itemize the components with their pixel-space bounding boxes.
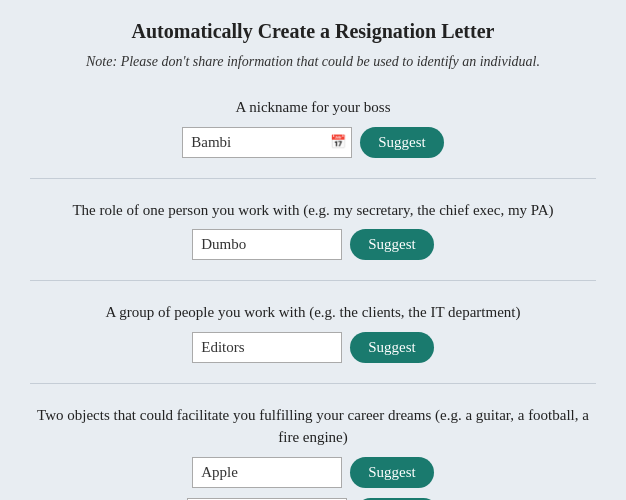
page-note: Note: Please don't share information tha… [30,51,596,72]
objects-field-group: Two objects that could facilitate you fu… [30,404,596,501]
boss-field-row: 📅 Suggest [30,127,596,158]
group-suggest-button[interactable]: Suggest [350,332,434,363]
boss-suggest-button[interactable]: Suggest [360,127,444,158]
boss-label: A nickname for your boss [30,96,596,119]
colleague-suggest-button[interactable]: Suggest [350,229,434,260]
group-field-group: A group of people you work with (e.g. th… [30,301,596,363]
page-title: Automatically Create a Resignation Lette… [30,20,596,43]
calendar-icon: 📅 [330,134,346,150]
boss-input[interactable] [182,127,352,158]
divider-1 [30,178,596,179]
boss-field-group: A nickname for your boss 📅 Suggest [30,96,596,158]
boss-input-wrapper: 📅 [182,127,352,158]
object1-suggest-button[interactable]: Suggest [350,457,434,488]
group-label: A group of people you work with (e.g. th… [30,301,596,324]
divider-3 [30,383,596,384]
colleague-label: The role of one person you work with (e.… [30,199,596,222]
object1-input[interactable] [192,457,342,488]
colleague-input[interactable] [192,229,342,260]
colleague-field-group: The role of one person you work with (e.… [30,199,596,261]
object1-field-row: Suggest [30,457,596,488]
main-container: Automatically Create a Resignation Lette… [30,20,596,500]
colleague-field-row: Suggest [30,229,596,260]
objects-label: Two objects that could facilitate you fu… [30,404,596,449]
divider-2 [30,280,596,281]
group-input[interactable] [192,332,342,363]
group-field-row: Suggest [30,332,596,363]
